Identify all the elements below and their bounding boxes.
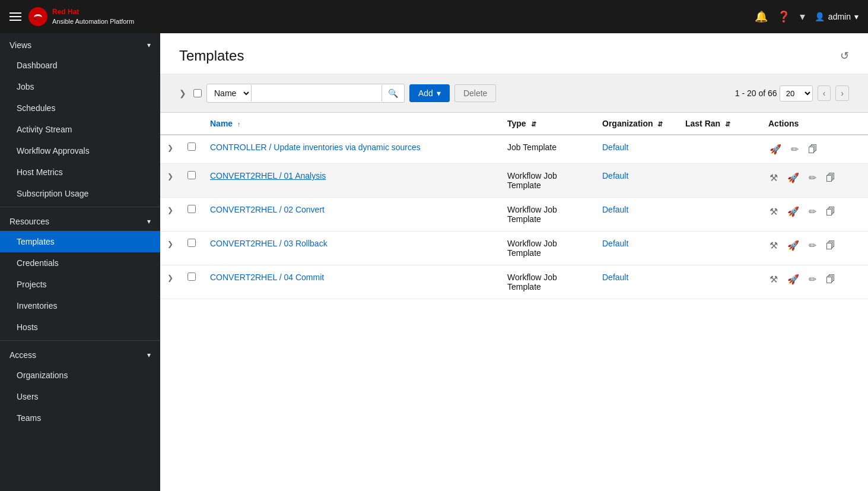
notifications-icon[interactable]: 🔔: [755, 10, 768, 23]
views-section-header[interactable]: Views ▾: [0, 33, 160, 55]
org-link-5[interactable]: Default: [602, 273, 628, 282]
th-name[interactable]: Name ↑: [203, 113, 500, 135]
sidebar-item-credentials[interactable]: Credentials: [0, 252, 160, 274]
copy-icon-3: 🗍: [826, 207, 835, 217]
rocket-icon-5: 🚀: [787, 274, 799, 284]
filter-container: Name 🔍: [206, 84, 405, 103]
brand-text: Red Hat Ansible Automation Platform: [52, 8, 134, 26]
row-expand-icon-3[interactable]: ❯: [167, 206, 173, 214]
sidebar-item-organizations[interactable]: Organizations: [0, 365, 160, 386]
delete-button[interactable]: Delete: [454, 84, 496, 102]
row-expand-icon-2[interactable]: ❯: [167, 172, 173, 180]
sidebar-item-teams[interactable]: Teams: [0, 407, 160, 429]
row-checkbox-2[interactable]: [187, 171, 196, 179]
edit-button-2[interactable]: ✏: [807, 171, 818, 185]
copy-icon-4: 🗍: [826, 240, 835, 251]
workflow-viz-button-3[interactable]: ⚒: [768, 205, 779, 218]
resources-section-header[interactable]: Resources ▾: [0, 210, 160, 231]
copy-button-3[interactable]: 🗍: [825, 205, 837, 218]
launch-button-1[interactable]: 🚀: [768, 142, 783, 156]
help-icon[interactable]: ❓: [777, 10, 790, 23]
actions-cell-4: ⚒ 🚀 ✏ 🗍: [768, 239, 859, 252]
row-expand-icon-4[interactable]: ❯: [167, 240, 173, 248]
org-link-1[interactable]: Default: [602, 142, 628, 152]
sidebar-item-inventories[interactable]: Inventories: [0, 295, 160, 316]
template-name-link-5[interactable]: CONVERT2RHEL / 04 Commit: [210, 273, 324, 282]
launch-button-2[interactable]: 🚀: [786, 171, 800, 185]
template-name-link-4[interactable]: CONVERT2RHEL / 03 Rollback: [210, 239, 328, 248]
pencil-icon-4: ✏: [809, 240, 816, 251]
per-page-select[interactable]: 20 50 100: [780, 85, 813, 102]
row-expand-icon-5[interactable]: ❯: [167, 274, 173, 282]
org-link-4[interactable]: Default: [602, 239, 628, 248]
sidebar-item-projects[interactable]: Projects: [0, 274, 160, 295]
workflow-viz-button-5[interactable]: ⚒: [768, 273, 779, 286]
copy-button-5[interactable]: 🗍: [825, 273, 837, 286]
search-icon: 🔍: [388, 88, 398, 98]
add-button[interactable]: Add ▾: [409, 84, 450, 102]
actions-cell-3: ⚒ 🚀 ✏ 🗍: [768, 205, 859, 218]
access-section-header[interactable]: Access ▾: [0, 343, 160, 365]
row-checkbox-5[interactable]: [187, 273, 196, 281]
user-icon: 👤: [815, 12, 825, 21]
org-link-2[interactable]: Default: [602, 171, 628, 180]
template-type-2: Workflow JobTemplate: [507, 171, 557, 190]
page-header: Templates ↺: [160, 33, 868, 74]
expand-all-icon[interactable]: ❯: [179, 88, 186, 98]
th-type[interactable]: Type ⇵: [500, 113, 595, 135]
pagination-prev-button[interactable]: ‹: [818, 85, 831, 101]
filter-input[interactable]: [251, 85, 381, 102]
copy-button-1[interactable]: 🗍: [807, 143, 819, 156]
edit-button-1[interactable]: ✏: [790, 142, 800, 156]
access-chevron-icon: ▾: [147, 351, 151, 359]
sidebar-item-users[interactable]: Users: [0, 386, 160, 407]
select-all-checkbox[interactable]: [193, 89, 202, 97]
launch-button-4[interactable]: 🚀: [786, 239, 800, 252]
workflow-viz-button-2[interactable]: ⚒: [768, 171, 779, 185]
sidebar-item-hosts[interactable]: Hosts: [0, 316, 160, 338]
th-org-label: Organization: [602, 119, 653, 128]
row-expand-icon-1[interactable]: ❯: [167, 144, 173, 152]
filter-type-select[interactable]: Name: [207, 84, 251, 102]
th-checkbox: [180, 113, 203, 135]
search-button[interactable]: 🔍: [381, 85, 404, 102]
template-name-link-2[interactable]: CONVERT2RHEL / 01 Analysis: [210, 171, 326, 180]
template-name-link-1[interactable]: CONTROLLER / Update inventories via dyna…: [210, 142, 421, 152]
org-link-3[interactable]: Default: [602, 205, 628, 214]
sidebar-item-subscription-usage[interactable]: Subscription Usage: [0, 183, 160, 204]
help-dropdown-icon[interactable]: ▾: [800, 10, 805, 23]
history-icon[interactable]: ↺: [840, 49, 849, 62]
sidebar-item-jobs[interactable]: Jobs: [0, 76, 160, 97]
hamburger-menu[interactable]: [9, 12, 21, 21]
data-table-wrap: Name ↑ Type ⇵ Organization ⇵ Last Ran: [160, 113, 868, 299]
user-menu[interactable]: 👤 admin ▾: [815, 12, 859, 21]
pagination-next-button[interactable]: ›: [835, 85, 849, 101]
last-ran-2: [678, 164, 761, 198]
resources-chevron-icon: ▾: [147, 217, 151, 226]
sidebar-item-activity-stream[interactable]: Activity Stream: [0, 119, 160, 140]
row-checkbox-1[interactable]: [187, 142, 196, 151]
workflow-viz-button-4[interactable]: ⚒: [768, 239, 779, 252]
sidebar-item-workflow-approvals[interactable]: Workflow Approvals: [0, 140, 160, 161]
launch-button-5[interactable]: 🚀: [786, 273, 800, 286]
brand-logo-area: Red Hat Ansible Automation Platform: [28, 7, 134, 26]
sidebar-item-templates[interactable]: Templates: [0, 231, 160, 252]
th-organization[interactable]: Organization ⇵: [595, 113, 678, 135]
edit-button-4[interactable]: ✏: [807, 239, 818, 252]
templates-table: Name ↑ Type ⇵ Organization ⇵ Last Ran: [160, 113, 868, 299]
user-dropdown-icon: ▾: [854, 12, 859, 21]
edit-button-5[interactable]: ✏: [807, 273, 818, 286]
sidebar-item-schedules[interactable]: Schedules: [0, 97, 160, 119]
row-checkbox-4[interactable]: [187, 239, 196, 247]
copy-button-2[interactable]: 🗍: [825, 172, 837, 185]
sidebar-item-host-metrics[interactable]: Host Metrics: [0, 161, 160, 183]
copy-button-4[interactable]: 🗍: [825, 239, 837, 252]
launch-button-3[interactable]: 🚀: [786, 205, 800, 218]
edit-button-3[interactable]: ✏: [807, 205, 818, 218]
th-name-label: Name: [210, 119, 233, 128]
template-name-link-3[interactable]: CONVERT2RHEL / 02 Convert: [210, 205, 325, 214]
th-last-ran[interactable]: Last Ran ⇵: [678, 113, 761, 135]
row-checkbox-3[interactable]: [187, 205, 196, 213]
sidebar-item-dashboard[interactable]: Dashboard: [0, 55, 160, 76]
views-section-items: Dashboard Jobs Schedules Activity Stream…: [0, 55, 160, 204]
